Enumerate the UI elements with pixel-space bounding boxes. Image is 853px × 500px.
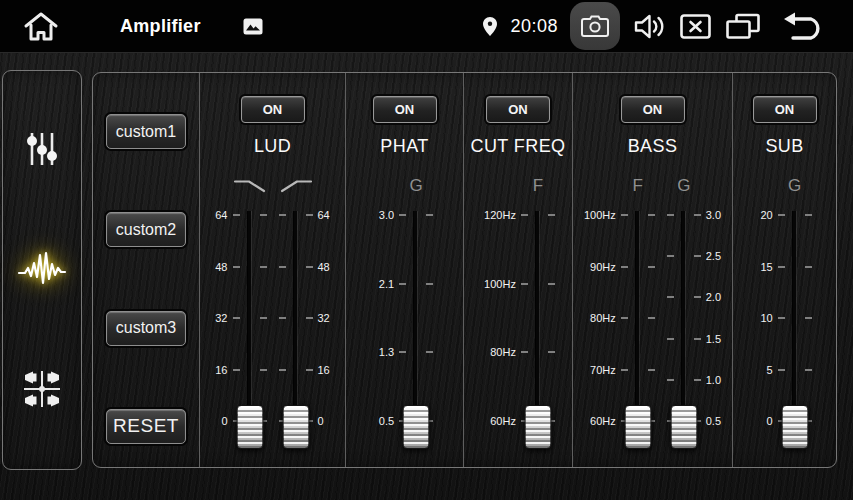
tick-mark [279, 266, 286, 268]
tick-mark [648, 369, 655, 371]
volume-icon[interactable] [634, 13, 666, 40]
slider-thumb[interactable] [524, 405, 551, 449]
tick-mark [805, 317, 812, 319]
tick-mark [521, 283, 528, 285]
band-letter: F [520, 175, 556, 197]
back-icon[interactable] [781, 11, 827, 41]
slider-bass-2: G3.02.52.01.51.00.5 [666, 175, 725, 449]
column-title: BASS [628, 136, 678, 157]
preset-custom3-button[interactable]: custom3 [106, 311, 186, 346]
tick-column [778, 209, 785, 427]
slider-thumb[interactable] [670, 405, 697, 449]
home-icon[interactable] [22, 10, 60, 42]
slider-thumb[interactable] [624, 405, 651, 449]
tick-mark [306, 317, 313, 319]
band-letter: G [777, 175, 813, 197]
preset-custom1-button[interactable]: custom1 [106, 114, 186, 149]
tick-mark [778, 317, 785, 319]
slider-track-cut-freq-1[interactable] [520, 209, 556, 449]
slider-scale: 100Hz90Hz80Hz70Hz60Hz [580, 209, 620, 427]
scale-label: 120Hz [484, 209, 516, 221]
tick-mark [279, 317, 286, 319]
topbar: Amplifier 20:08 [0, 0, 853, 53]
slider-lud-2: 644832160 [278, 175, 334, 449]
slider-track-bass-1[interactable] [620, 209, 656, 449]
scale-label: 2.1 [379, 278, 394, 290]
slider-scale: 644832160 [314, 209, 334, 427]
column-title: CUT FREQ [471, 136, 566, 157]
tick-mark [260, 369, 267, 371]
slider-track-lud-1[interactable] [232, 209, 268, 449]
on-button-sub[interactable]: ON [753, 96, 817, 123]
scale-label: 100Hz [484, 278, 516, 290]
slider-track-lud-2[interactable] [278, 209, 314, 449]
scale-label: 0 [318, 415, 324, 427]
scale-label: 48 [318, 261, 330, 273]
slider-thumb[interactable] [781, 405, 808, 449]
slider-thumb[interactable] [236, 405, 263, 449]
tick-column [621, 209, 628, 427]
tick-mark [260, 214, 267, 216]
tick-mark [667, 255, 674, 257]
slider-scale: 20151050 [756, 209, 776, 427]
on-button-lud[interactable]: ON [241, 96, 305, 123]
column-title: LUD [254, 136, 291, 157]
tick-mark [233, 214, 240, 216]
sidebar-panel [2, 70, 82, 470]
tick-mark [667, 296, 674, 298]
slider-scale: 3.02.52.01.51.00.5 [702, 209, 725, 427]
slider-track-bass-2[interactable] [666, 209, 702, 449]
scale-label: 32 [215, 312, 227, 324]
scale-label: 5 [767, 364, 773, 376]
tick-mark [233, 266, 240, 268]
location-icon [483, 17, 497, 36]
column-sub: ONSUBG20151050 [733, 73, 836, 467]
tick-column [648, 209, 655, 427]
reset-button[interactable]: RESET [106, 409, 186, 444]
scale-label: 0.5 [379, 415, 394, 427]
tick-column [521, 209, 528, 427]
tick-mark [648, 214, 655, 216]
slider-thumb[interactable] [403, 405, 430, 449]
scale-label: 48 [215, 261, 227, 273]
highpass-curve-icon [278, 175, 314, 197]
slider-phat-1: G3.02.11.30.5 [375, 175, 434, 449]
slider-track-phat-1[interactable] [398, 209, 434, 449]
tick-column [694, 209, 701, 427]
tick-mark [648, 317, 655, 319]
tick-mark [667, 379, 674, 381]
preset-custom2-button[interactable]: custom2 [106, 212, 186, 247]
scale-label: 0.5 [706, 415, 721, 427]
tick-column [548, 209, 555, 427]
sidebar-item-effects[interactable] [16, 243, 68, 295]
tick-mark [805, 266, 812, 268]
tick-column [399, 209, 406, 427]
close-icon[interactable] [680, 14, 711, 39]
waveform-icon [17, 249, 67, 289]
tick-column [805, 209, 812, 427]
tick-mark [260, 317, 267, 319]
recent-apps-icon[interactable] [725, 13, 761, 40]
sidebar-item-equalizer[interactable] [16, 123, 68, 175]
slider-scale: 120Hz100Hz80Hz60Hz [480, 209, 520, 427]
lowpass-curve-icon [232, 175, 268, 197]
scale-label: 80Hz [490, 346, 516, 358]
slider-thumb[interactable] [282, 405, 309, 449]
tick-column [233, 209, 240, 427]
sidebar-item-balance[interactable] [16, 363, 68, 415]
tick-mark [778, 214, 785, 216]
slider-track-sub-1[interactable] [777, 209, 813, 449]
scale-label: 3.0 [379, 209, 394, 221]
main-panel: custom1custom2custom3RESET ONLUD64483216… [92, 72, 837, 468]
tick-mark [621, 369, 628, 371]
on-button-phat[interactable]: ON [373, 96, 437, 123]
tick-column [279, 209, 286, 427]
scale-label: 80Hz [590, 312, 616, 324]
screenshot-button[interactable] [570, 2, 620, 50]
speaker-balance-icon [21, 368, 63, 410]
tick-mark [621, 317, 628, 319]
tick-mark [694, 379, 701, 381]
scale-label: 2.0 [706, 291, 721, 303]
on-button-cut-freq[interactable]: ON [486, 96, 550, 123]
on-button-bass[interactable]: ON [621, 96, 685, 123]
